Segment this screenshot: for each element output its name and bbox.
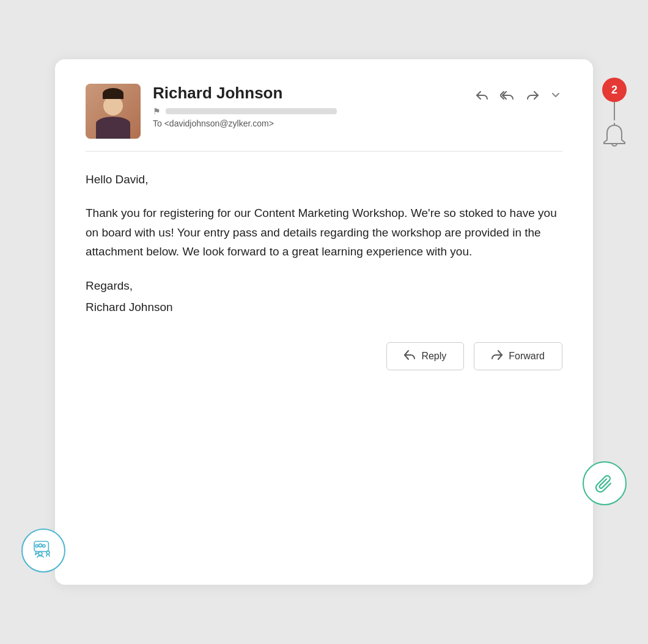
svg-point-4 [43,544,45,547]
forward-action-button[interactable]: Forward [474,342,562,370]
svg-point-6 [39,552,42,555]
reply-arrow-icon [404,350,415,362]
email-signature: Regards, Richard Johnson [86,276,562,317]
svg-point-3 [35,544,38,547]
sender-email-blurred [166,108,337,114]
bell-string [614,102,615,120]
reply-action-button[interactable]: Reply [386,342,464,370]
svg-point-2 [39,544,42,547]
attachment-button[interactable] [583,461,627,505]
svg-point-5 [46,551,50,554]
reply-label: Reply [421,351,446,362]
sender-name: Richard Johnson [153,84,461,103]
notification-bell[interactable]: 2 [599,78,630,155]
reply-all-button[interactable] [498,87,517,103]
sender-meta: ⚑ [153,106,461,116]
header-divider [86,151,562,152]
email-actions-bottom: Reply Forward [86,342,562,370]
flag-icon: ⚑ [153,106,161,116]
avatar [86,84,141,139]
email-toolbar [473,87,562,103]
bell-icon [599,120,630,155]
group-icon [31,538,56,563]
forward-button-toolbar[interactable] [525,87,542,103]
attachment-icon [594,472,616,494]
group-icon-button[interactable] [21,529,65,573]
signature-name: Richard Johnson [86,297,562,318]
email-header: Richard Johnson ⚑ To <davidjohnson@zylke… [86,84,562,139]
forward-label: Forward [509,351,545,362]
sender-info: Richard Johnson ⚑ To <davidjohnson@zylke… [153,84,461,128]
email-greeting: Hello David, [86,170,562,189]
sender-to: To <davidjohnson@zylker.com> [153,119,461,128]
signature-regards: Regards, [86,276,562,296]
email-paragraph: Thank you for registering for our Conten… [86,203,562,261]
email-body: Hello David, Thank you for registering f… [86,170,562,261]
forward-arrow-icon [492,350,503,362]
more-options-button[interactable] [549,90,562,101]
notification-badge: 2 [602,78,627,102]
reply-button[interactable] [473,87,490,103]
email-card: 2 [55,59,593,585]
